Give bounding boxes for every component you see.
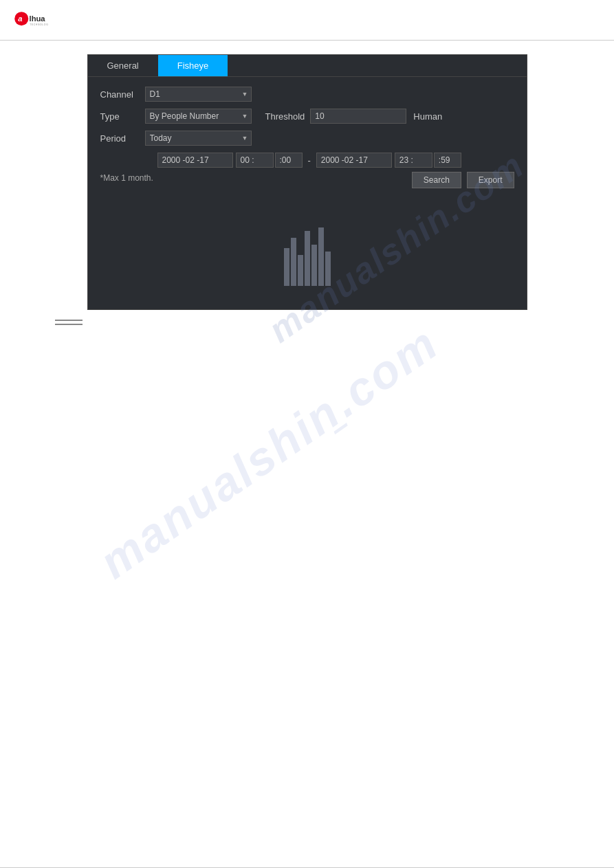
end-time-input2[interactable]: [434, 153, 461, 168]
threshold-input[interactable]: [310, 109, 406, 124]
chart-area: [107, 203, 507, 286]
chart-bar-2: [298, 255, 303, 286]
tab-bar: General Fisheye: [88, 55, 527, 77]
deco-lines: [55, 320, 559, 325]
chart-bar-5: [318, 227, 324, 286]
end-date-input[interactable]: [316, 153, 392, 168]
type-label: Type: [100, 111, 145, 122]
svg-text:a: a: [18, 14, 22, 23]
logo: a lhua TECHNOLOGY: [14, 7, 48, 33]
start-time-input[interactable]: [236, 153, 274, 168]
bar-group: [284, 227, 331, 286]
threshold-label: Threshold: [265, 111, 305, 122]
chart-bar-4: [311, 245, 317, 286]
form-area: Channel D1 Type By People Number Thresho…: [88, 77, 527, 309]
datetime-row: -: [100, 153, 514, 168]
period-row: Period Today: [100, 131, 514, 146]
max-note: *Max 1 month.: [100, 173, 153, 183]
tab-fisheye[interactable]: Fisheye: [158, 55, 228, 76]
dark-panel: manualshin.com General Fisheye Channel D…: [87, 54, 527, 310]
type-row: Type By People Number Threshold Human: [100, 109, 514, 124]
start-time-input2[interactable]: [275, 153, 303, 168]
svg-text:TECHNOLOGY: TECHNOLOGY: [30, 23, 48, 26]
type-select-wrapper[interactable]: By People Number: [145, 109, 252, 124]
button-row: Search Export: [412, 172, 514, 188]
channel-row: Channel D1: [100, 87, 514, 102]
tab-general[interactable]: General: [88, 55, 158, 76]
export-button[interactable]: Export: [467, 172, 514, 188]
period-label: Period: [100, 133, 145, 144]
chart-bar-0: [284, 248, 289, 286]
header: a lhua TECHNOLOGY: [0, 0, 614, 41]
chart-bar-1: [291, 238, 296, 286]
channel-select-wrapper[interactable]: D1: [145, 87, 252, 102]
chart-bar-6: [325, 252, 331, 286]
channel-select[interactable]: D1: [145, 87, 252, 102]
dahua-logo: a lhua TECHNOLOGY: [14, 7, 48, 33]
search-button[interactable]: Search: [412, 172, 461, 188]
period-select[interactable]: Today: [145, 131, 252, 146]
deco-line-1: [55, 320, 83, 321]
type-select[interactable]: By People Number: [145, 109, 252, 124]
deco-line-2: [55, 324, 83, 325]
main-content: manualshin̲.com manualshin.com General F…: [0, 41, 614, 342]
period-select-wrapper[interactable]: Today: [145, 131, 252, 146]
svg-text:lhua: lhua: [30, 14, 46, 23]
chart-bar-3: [305, 231, 310, 286]
end-time-input[interactable]: [395, 153, 432, 168]
start-date-input[interactable]: [157, 153, 233, 168]
date-separator: -: [308, 155, 311, 166]
human-label: Human: [413, 111, 442, 122]
channel-label: Channel: [100, 89, 145, 100]
page-watermark: manualshin̲.com: [89, 315, 448, 588]
